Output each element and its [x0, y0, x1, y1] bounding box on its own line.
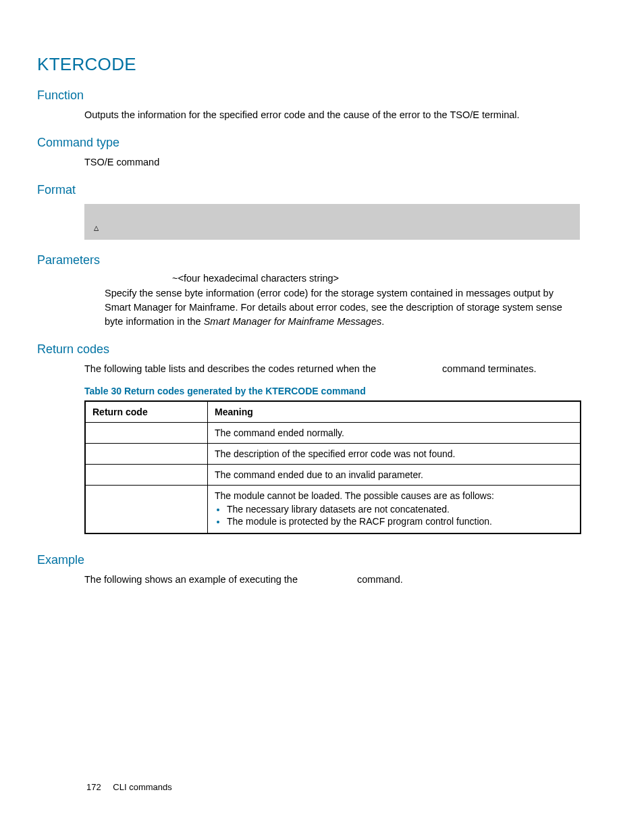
heading-command-type: Command type: [37, 136, 580, 150]
example-pt2: command.: [357, 574, 403, 585]
cell-code: [85, 486, 208, 534]
list-item: The necessary library datasets are not c…: [227, 504, 573, 515]
text-function: Outputs the information for the specifie…: [84, 108, 580, 122]
table-header-row: Return code Meaning: [85, 401, 581, 423]
th-return-code: Return code: [85, 401, 208, 423]
page-title: KTERCODE: [37, 54, 580, 75]
heading-return-codes: Return codes: [37, 342, 580, 357]
param-desc-pt2: .: [381, 316, 384, 327]
table-row: The module cannot be loaded. The possibl…: [85, 486, 581, 534]
cell-meaning: The module cannot be loaded. The possibl…: [208, 486, 581, 534]
footer-section: CLI commands: [113, 782, 171, 792]
cell-code: [85, 444, 208, 465]
table-caption: Table 30 Return codes generated by the K…: [84, 386, 580, 396]
page-footer: 172 CLI commands: [86, 782, 172, 792]
cell-meaning: The command ended normally.: [208, 423, 581, 444]
causes-list: The necessary library datasets are not c…: [215, 504, 573, 527]
param-description: Specify the sense byte information (erro…: [105, 286, 580, 329]
return-intro-pt2: command terminates.: [442, 363, 536, 374]
example-pt1: The following shows an example of execut…: [84, 574, 300, 585]
cell-code: [85, 465, 208, 486]
heading-parameters: Parameters: [37, 253, 580, 267]
cell-meaning-text: The module cannot be loaded. The possibl…: [215, 490, 494, 501]
cell-meaning: The command ended due to an invalid para…: [208, 465, 581, 486]
format-code-block: △: [84, 204, 580, 240]
param-format-line: ~<four hexadecimal characters string>: [172, 273, 580, 284]
cell-code: [85, 423, 208, 444]
cell-meaning: The description of the specified error c…: [208, 444, 581, 465]
heading-example: Example: [37, 553, 580, 567]
table-row: The command ended normally.: [85, 423, 581, 444]
page-content: KTERCODE Function Outputs the informatio…: [0, 0, 644, 834]
th-meaning: Meaning: [208, 401, 581, 423]
text-command-type: TSO/E command: [84, 155, 580, 170]
page-number: 172: [86, 782, 101, 792]
return-codes-table: Return code Meaning The command ended no…: [84, 400, 581, 534]
example-text: The following shows an example of execut…: [84, 573, 580, 587]
table-row: The command ended due to an invalid para…: [85, 465, 581, 486]
return-intro-pt1: The following table lists and describes …: [84, 363, 379, 374]
triangle-icon: △: [94, 224, 99, 233]
param-desc-italic: Smart Manager for Mainframe Messages: [204, 316, 382, 327]
table-row: The description of the specified error c…: [85, 444, 581, 465]
heading-function: Function: [37, 88, 580, 103]
list-item: The module is protected by the RACF prog…: [227, 516, 573, 527]
heading-format: Format: [37, 183, 580, 197]
return-codes-intro: The following table lists and describes …: [84, 362, 580, 376]
